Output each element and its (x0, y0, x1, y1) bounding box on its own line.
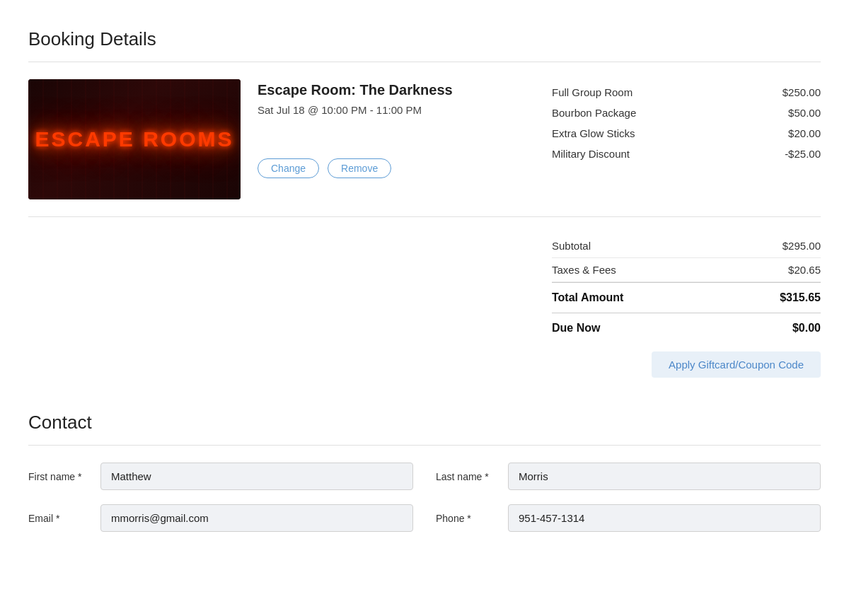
subtotal-label: Subtotal (552, 240, 591, 252)
booking-actions: Change Remove (258, 158, 535, 178)
escape-rooms-background: ESCAPE ROOMS (28, 79, 241, 199)
contact-section: Contact First name * Last name * Email * (28, 412, 821, 532)
form-group-email: Email * (28, 504, 413, 532)
form-group-first-name: First name * (28, 463, 413, 490)
email-label: Email * (28, 513, 92, 524)
form-row-contact: Email * Phone * (28, 504, 821, 532)
last-name-label: Last name * (436, 471, 499, 482)
price-row-full-group: Full Group Room $250.00 (552, 82, 821, 103)
booking-row: ESCAPE ROOMS Escape Room: The Darkness S… (28, 79, 821, 217)
price-label-bourbon: Bourbon Package (552, 107, 636, 119)
price-row-glow-sticks: Extra Glow Sticks $20.00 (552, 123, 821, 144)
summary-row-total: Total Amount $315.65 (552, 282, 821, 313)
price-row-military-discount: Military Discount -$25.00 (552, 144, 821, 164)
price-amount-glow-sticks: $20.00 (788, 127, 821, 139)
price-label-glow-sticks: Extra Glow Sticks (552, 127, 635, 139)
price-amount-bourbon: $50.00 (788, 107, 821, 119)
email-input[interactable] (100, 504, 413, 532)
total-amount: $315.65 (780, 291, 821, 304)
apply-btn-row: Apply Giftcard/Coupon Code (552, 351, 821, 378)
due-now-label: Due Now (552, 322, 600, 335)
last-name-input[interactable] (508, 463, 821, 490)
price-label-military-discount: Military Discount (552, 148, 630, 160)
pricing-section: Full Group Room $250.00 Bourbon Package … (552, 79, 821, 164)
summary-table: Subtotal $295.00 Taxes & Fees $20.65 Tot… (552, 234, 821, 378)
price-row-bourbon: Bourbon Package $50.00 (552, 103, 821, 123)
remove-button[interactable]: Remove (328, 158, 391, 178)
contact-form: First name * Last name * Email * Phone * (28, 463, 821, 532)
price-amount-full-group: $250.00 (782, 86, 821, 98)
price-amount-military-discount: -$25.00 (785, 148, 821, 160)
phone-input[interactable] (508, 504, 821, 532)
summary-row-due-now: Due Now $0.00 (552, 313, 821, 343)
subtotal-amount: $295.00 (782, 240, 821, 252)
form-row-name: First name * Last name * (28, 463, 821, 490)
divider-contact (28, 445, 821, 446)
first-name-label: First name * (28, 471, 92, 482)
booking-section-title: Booking Details (28, 28, 821, 50)
taxes-label: Taxes & Fees (552, 264, 616, 276)
change-button[interactable]: Change (258, 158, 319, 178)
first-name-input[interactable] (100, 463, 413, 490)
summary-section: Subtotal $295.00 Taxes & Fees $20.65 Tot… (28, 234, 821, 378)
taxes-amount: $20.65 (788, 264, 821, 276)
escape-rooms-neon-text: ESCAPE ROOMS (35, 127, 233, 151)
booking-info: Escape Room: The Darkness Sat Jul 18 @ 1… (258, 79, 535, 178)
booking-title: Escape Room: The Darkness (258, 82, 535, 98)
due-now-amount: $0.00 (792, 322, 821, 335)
booking-date: Sat Jul 18 @ 10:00 PM - 11:00 PM (258, 104, 535, 116)
page-container: Booking Details ESCAPE ROOMS Escape Room… (14, 0, 835, 574)
price-label-full-group: Full Group Room (552, 86, 633, 98)
form-group-phone: Phone * (436, 504, 821, 532)
total-label: Total Amount (552, 291, 623, 304)
apply-coupon-button[interactable]: Apply Giftcard/Coupon Code (652, 351, 821, 378)
contact-section-title: Contact (28, 412, 821, 434)
divider-top (28, 62, 821, 62)
phone-label: Phone * (436, 513, 499, 524)
summary-row-subtotal: Subtotal $295.00 (552, 234, 821, 258)
form-group-last-name: Last name * (436, 463, 821, 490)
summary-row-taxes: Taxes & Fees $20.65 (552, 258, 821, 282)
booking-image: ESCAPE ROOMS (28, 79, 241, 199)
